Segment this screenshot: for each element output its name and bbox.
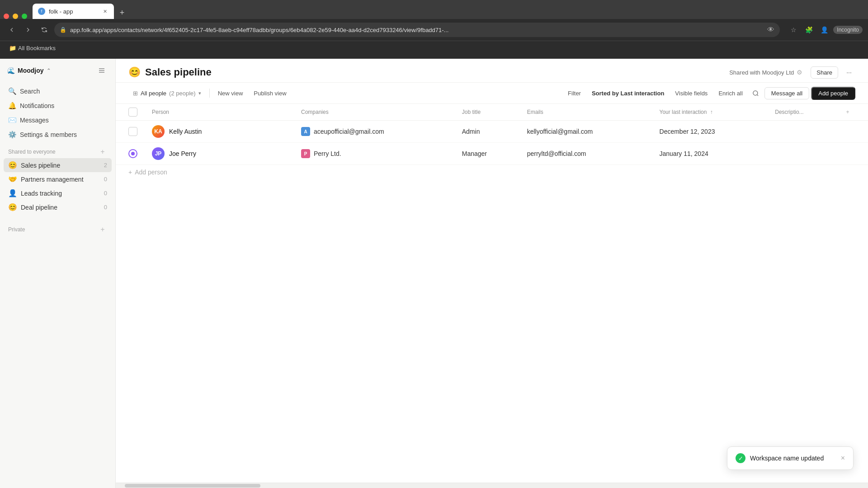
- toast-notification: ✓ Workspace name updated ×: [727, 446, 854, 470]
- kelly-job-title: Admin: [462, 128, 480, 135]
- toast-close-btn[interactable]: ×: [841, 454, 845, 462]
- publish-view-btn[interactable]: Publish view: [249, 88, 291, 99]
- incognito-badge[interactable]: Incognito: [833, 26, 863, 34]
- add-person-label: Add person: [135, 169, 167, 176]
- kelly-austin-avatar: KA: [152, 125, 165, 138]
- sales-pipeline-label: Sales pipeline: [21, 162, 96, 169]
- tab-close-btn[interactable]: ✕: [101, 8, 108, 15]
- joe-company-name: Perry Ltd.: [314, 150, 341, 157]
- kelly-austin-checkbox[interactable]: [128, 127, 137, 136]
- joe-perry-more-btn[interactable]: ···: [275, 148, 287, 160]
- scrollbar-thumb[interactable]: [125, 484, 260, 488]
- forward-btn[interactable]: [22, 23, 34, 36]
- joe-perry-avatar: JP: [152, 147, 165, 160]
- all-people-btn[interactable]: ⊞ All people (2 people) ▾: [128, 88, 206, 99]
- back-btn[interactable]: [5, 23, 18, 36]
- row-kelly-job-title-cell: Admin: [455, 121, 520, 143]
- row-kelly-checkbox-cell: [116, 121, 145, 143]
- table-header-row: Person Companies Job title Emails Your l…: [116, 104, 868, 121]
- shared-section-label: Shared to everyone: [8, 149, 56, 155]
- visibility-off-icon: 👁: [767, 26, 774, 34]
- address-bar[interactable]: 🔒 app.folk.app/apps/contacts/network/4f6…: [54, 23, 780, 37]
- row-kelly-desc-cell: [768, 121, 839, 143]
- kelly-company-badge: A: [301, 127, 310, 136]
- partners-management-count: 0: [100, 176, 107, 183]
- row-kelly-date-cell: December 12, 2023: [652, 121, 768, 143]
- window-maximize-btn[interactable]: [22, 14, 27, 19]
- window-minimize-btn[interactable]: [13, 14, 18, 19]
- kelly-austin-name[interactable]: Kelly Austin: [169, 128, 202, 135]
- col-last-interaction[interactable]: Your last interaction ↑: [652, 104, 768, 121]
- new-view-btn[interactable]: New view: [213, 88, 248, 99]
- sidebar-item-search[interactable]: 🔍 Search: [4, 84, 112, 99]
- message-all-btn[interactable]: Message all: [764, 87, 809, 99]
- sidebar-item-leads-tracking[interactable]: 👤 Leads tracking 0: [4, 186, 112, 200]
- sidebar-item-partners-management[interactable]: 🤝 Partners management 0: [4, 172, 112, 186]
- joe-perry-person: JP Joe Perry ···: [152, 147, 287, 160]
- browser-tab-active[interactable]: f folk - app ✕: [33, 4, 114, 19]
- kelly-austin-more-btn[interactable]: ···: [275, 126, 287, 137]
- add-person-plus-icon: +: [128, 169, 132, 176]
- row-joe-desc-cell: [768, 143, 839, 165]
- lock-icon: 🔒: [60, 27, 66, 33]
- enrich-all-btn[interactable]: Enrich all: [714, 88, 747, 99]
- share-settings-icon: ⚙: [797, 69, 802, 76]
- reload-btn[interactable]: [38, 23, 51, 36]
- filter-btn[interactable]: Filter: [563, 88, 585, 99]
- bookmarks-all-item[interactable]: 📁 All Bookmarks: [5, 44, 59, 52]
- visible-fields-btn[interactable]: Visible fields: [670, 88, 712, 99]
- sidebar-toggle-btn[interactable]: [95, 64, 108, 77]
- sidebar-notifications-label: Notifications: [20, 102, 54, 109]
- contacts-table-container: Person Companies Job title Emails Your l…: [116, 104, 868, 483]
- kelly-austin-person: KA Kelly Austin ···: [152, 125, 287, 138]
- browser-chrome: f folk - app ✕ + 🔒 app.folk.app/apps/con…: [0, 0, 868, 59]
- add-person-btn[interactable]: + Add person: [128, 169, 855, 176]
- sidebar-groups: 😊 Sales pipeline 2 🤝 Partners management…: [0, 158, 115, 214]
- shared-with-badge[interactable]: Shared with Moodjoy Ltd ⚙: [726, 67, 806, 78]
- tab-title: folk - app: [49, 8, 98, 15]
- col-checkbox: [116, 104, 145, 121]
- extensions-icon[interactable]: 🧩: [802, 23, 815, 36]
- select-all-checkbox[interactable]: [128, 108, 137, 117]
- sidebar-header: 🌊 Moodjoy ⌃: [0, 59, 115, 82]
- leads-tracking-emoji: 👤: [8, 189, 17, 197]
- notifications-nav-icon: 🔔: [8, 102, 16, 110]
- sorted-by-btn[interactable]: Sorted by Last interaction: [587, 88, 669, 99]
- contacts-table: Person Companies Job title Emails Your l…: [116, 104, 868, 179]
- bookmark-icon[interactable]: ☆: [787, 23, 800, 36]
- search-icon-btn[interactable]: [749, 86, 763, 100]
- row-joe-email-cell: perryltd@official.com: [520, 143, 652, 165]
- tab-favicon: f: [38, 8, 45, 15]
- page-header: 😊 Sales pipeline Shared with Moodjoy Ltd…: [116, 59, 868, 83]
- sidebar-search-label: Search: [20, 88, 40, 95]
- share-button[interactable]: Share: [811, 66, 838, 79]
- bottom-scrollbar[interactable]: [116, 483, 868, 488]
- joe-company-badge: P: [301, 149, 310, 158]
- sorted-by-field: Last interaction: [621, 90, 665, 97]
- add-private-btn[interactable]: +: [98, 225, 107, 234]
- toast-message: Workspace name updated: [750, 455, 836, 462]
- all-people-chevron-icon: ▾: [198, 90, 201, 96]
- col-job-title: Job title: [455, 104, 520, 121]
- sidebar-item-messages[interactable]: ✉️ Messages: [4, 113, 112, 127]
- add-shared-btn[interactable]: +: [98, 147, 107, 156]
- add-people-btn[interactable]: Add people: [811, 87, 855, 100]
- profile-icon[interactable]: 👤: [818, 23, 830, 36]
- sidebar-item-settings[interactable]: ⚙️ Settings & members: [4, 127, 112, 142]
- row-kelly-companies-cell: A aceupofficial@gmail.com: [294, 121, 455, 143]
- joe-last-interaction: January 11, 2024: [660, 150, 708, 157]
- leads-tracking-label: Leads tracking: [21, 190, 96, 197]
- kelly-last-interaction: December 12, 2023: [660, 128, 715, 135]
- window-close-btn[interactable]: [4, 14, 9, 19]
- new-tab-btn[interactable]: +: [116, 6, 128, 19]
- more-options-btn[interactable]: ···: [843, 66, 855, 79]
- private-section-label: Private: [8, 226, 25, 233]
- sidebar-item-sales-pipeline[interactable]: 😊 Sales pipeline 2: [4, 158, 112, 172]
- workspace-name[interactable]: 🌊 Moodjoy ⌃: [7, 67, 51, 74]
- joe-perry-name[interactable]: Joe Perry: [169, 150, 196, 157]
- col-add[interactable]: +: [839, 104, 868, 121]
- view-toolbar: ⊞ All people (2 people) ▾ New view Publi…: [116, 83, 868, 104]
- sidebar-item-notifications[interactable]: 🔔 Notifications: [4, 99, 112, 113]
- sidebar-item-deal-pipeline[interactable]: 😊 Deal pipeline 0: [4, 200, 112, 214]
- last-interaction-label: Your last interaction: [660, 109, 707, 115]
